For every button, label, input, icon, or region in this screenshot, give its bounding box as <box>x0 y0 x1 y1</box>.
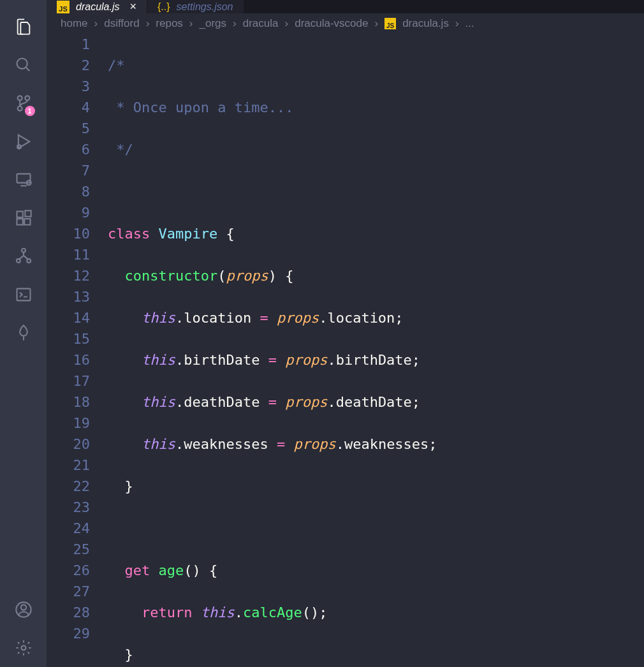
svg-rect-5 <box>17 174 30 183</box>
line-number: 24 <box>47 518 90 539</box>
js-file-icon: JS <box>384 18 396 29</box>
line-number: 4 <box>47 97 90 118</box>
crumb[interactable]: _orgs <box>200 17 227 30</box>
scm-badge: 1 <box>25 106 35 116</box>
svg-point-1 <box>25 96 29 100</box>
line-number: 22 <box>47 476 90 497</box>
json-file-icon: {..} <box>157 1 170 13</box>
svg-point-11 <box>22 249 26 253</box>
line-number: 15 <box>47 328 90 349</box>
chevron-right-icon: › <box>455 17 459 30</box>
svg-point-17 <box>21 646 26 650</box>
svg-point-2 <box>17 106 22 111</box>
svg-point-16 <box>20 605 26 610</box>
source-control-icon[interactable]: 1 <box>8 88 39 119</box>
tab-label: dracula.js <box>76 1 119 13</box>
line-number: 29 <box>47 623 90 644</box>
tree-icon[interactable] <box>8 318 39 348</box>
line-number: 14 <box>47 307 90 328</box>
line-number: 13 <box>47 286 90 307</box>
line-number: 2 <box>47 55 90 76</box>
chevron-right-icon: › <box>285 17 289 30</box>
line-number: 1 <box>47 34 90 55</box>
chevron-right-icon: › <box>146 17 150 30</box>
line-number: 3 <box>47 76 90 97</box>
run-debug-icon[interactable] <box>8 126 39 157</box>
chevron-right-icon: › <box>233 17 237 30</box>
svg-point-3 <box>17 96 22 100</box>
js-file-icon: JS <box>57 1 70 13</box>
line-number: 19 <box>47 413 90 434</box>
tab-bar: JS dracula.js × {..} settings.json <box>47 0 644 13</box>
line-number: 16 <box>47 349 90 370</box>
breadcrumb[interactable]: home› dsifford› repos› _orgs› dracula› d… <box>47 13 644 34</box>
search-icon[interactable] <box>8 50 39 80</box>
svg-rect-9 <box>24 219 30 224</box>
svg-rect-7 <box>17 212 22 217</box>
terminal-icon[interactable] <box>8 279 39 310</box>
line-number: 20 <box>47 434 90 455</box>
close-icon[interactable]: × <box>129 0 136 13</box>
line-number: 18 <box>47 392 90 413</box>
editor-group: JS dracula.js × {..} settings.json home›… <box>47 0 644 667</box>
line-number: 23 <box>47 497 90 518</box>
svg-rect-8 <box>17 219 22 224</box>
crumb[interactable]: dsifford <box>104 17 139 30</box>
tab-label: settings.json <box>177 1 233 13</box>
line-number: 17 <box>47 370 90 392</box>
crumb[interactable]: home <box>61 17 88 30</box>
line-number: 10 <box>47 223 90 244</box>
line-number: 5 <box>47 118 90 139</box>
line-number: 7 <box>47 160 90 181</box>
chevron-right-icon: › <box>189 17 193 30</box>
svg-rect-10 <box>25 210 31 216</box>
line-number: 25 <box>47 539 90 560</box>
code-content[interactable]: /* * Once upon a time... */ class Vampir… <box>108 34 644 667</box>
svg-point-0 <box>17 59 27 69</box>
svg-rect-14 <box>17 289 30 301</box>
tab-dracula-js[interactable]: JS dracula.js × <box>47 0 147 13</box>
crumb[interactable]: dracula <box>243 17 279 30</box>
account-icon[interactable] <box>8 594 39 625</box>
crumb[interactable]: dracula-vscode <box>295 17 368 30</box>
git-graph-icon[interactable] <box>8 241 39 272</box>
svg-point-4 <box>17 145 21 149</box>
line-number-gutter: 1234567891011121314151617181920212223242… <box>47 34 108 667</box>
line-number: 26 <box>47 560 90 581</box>
chevron-right-icon: › <box>374 17 378 30</box>
line-number: 12 <box>47 265 90 286</box>
chevron-right-icon: › <box>94 17 98 30</box>
code-editor[interactable]: 1234567891011121314151617181920212223242… <box>47 34 644 667</box>
line-number: 6 <box>47 139 90 160</box>
tab-settings-json[interactable]: {..} settings.json <box>147 0 244 13</box>
line-number: 27 <box>47 581 90 602</box>
line-number: 9 <box>47 202 90 223</box>
extensions-icon[interactable] <box>8 203 39 233</box>
crumb[interactable]: repos <box>156 17 183 30</box>
line-number: 8 <box>47 181 90 202</box>
line-number: 21 <box>47 455 90 476</box>
activity-bar: 1 <box>0 0 47 667</box>
line-number: 28 <box>47 602 90 623</box>
explorer-icon[interactable] <box>8 11 39 42</box>
remote-icon[interactable] <box>8 165 39 195</box>
settings-gear-icon[interactable] <box>8 633 39 663</box>
crumb-file[interactable]: dracula.js <box>402 17 449 30</box>
crumb-tail[interactable]: ... <box>465 17 474 30</box>
line-number: 11 <box>47 244 90 265</box>
